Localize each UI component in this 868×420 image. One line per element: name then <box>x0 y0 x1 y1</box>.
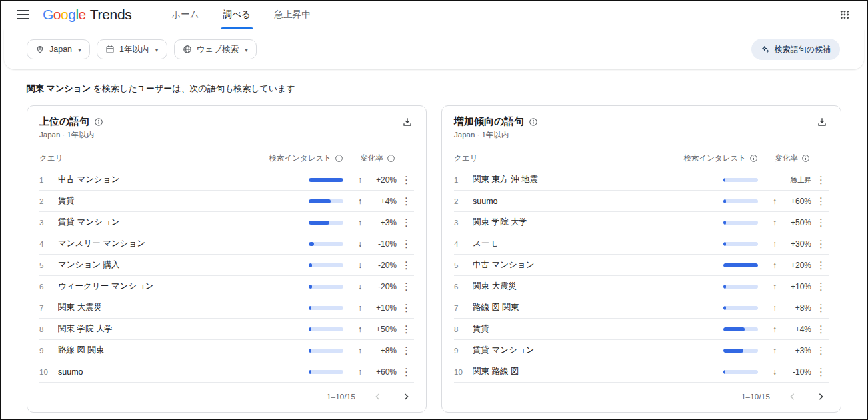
interest-bar <box>658 285 758 289</box>
google-trends-logo[interactable]: Google Trends <box>43 7 132 23</box>
table-row[interactable]: 6 ウィークリー マンション ↓ -20% ⋮ <box>39 276 414 297</box>
change-arrow-icon: ↑ <box>358 175 362 185</box>
info-icon[interactable] <box>335 154 343 163</box>
nav-tab[interactable]: 急上昇中 <box>263 0 323 29</box>
kebab-menu-icon[interactable]: ⋮ <box>813 366 829 378</box>
table-row[interactable]: 9 路線 図 関東 ↑ +8% ⋮ <box>39 340 414 361</box>
table-row[interactable]: 9 賃貸 マンション ↑ +3% ⋮ <box>454 340 829 361</box>
table-row[interactable]: 7 関東 大震災 ↑ +10% ⋮ <box>39 297 414 319</box>
kebab-menu-icon[interactable]: ⋮ <box>399 238 414 250</box>
search-type-filter-chip[interactable]: ウェブ検索 ▾ <box>174 39 257 59</box>
kebab-menu-icon[interactable]: ⋮ <box>813 323 829 335</box>
pagination-range: 1–10/15 <box>741 393 770 401</box>
row-rank: 2 <box>39 197 58 205</box>
kebab-menu-icon[interactable]: ⋮ <box>813 259 829 271</box>
row-query: ウィークリー マンション <box>58 281 243 292</box>
nav-tab[interactable]: 調べる <box>211 0 263 29</box>
card-scope: Japan · 1年以内 <box>39 130 103 140</box>
row-change: ↑ +4% <box>758 325 811 334</box>
kebab-menu-icon[interactable]: ⋮ <box>813 302 829 314</box>
info-icon[interactable] <box>387 154 395 163</box>
row-rank: 10 <box>39 368 58 376</box>
table-row[interactable]: 3 関東 学院 大学 ↑ +50% ⋮ <box>454 212 829 233</box>
prev-page-chevron-icon[interactable] <box>373 391 383 402</box>
lead-query: 関東 マンション <box>27 83 91 93</box>
kebab-menu-icon[interactable]: ⋮ <box>399 323 414 335</box>
kebab-menu-icon[interactable]: ⋮ <box>399 217 414 229</box>
table-row[interactable]: 4 マンスリー マンション ↓ -10% ⋮ <box>39 233 414 255</box>
kebab-menu-icon[interactable]: ⋮ <box>813 217 829 229</box>
row-query: 中古 マンション <box>473 259 658 271</box>
kebab-menu-icon[interactable]: ⋮ <box>813 174 829 186</box>
download-icon[interactable] <box>815 115 829 129</box>
row-query: マンスリー マンション <box>58 238 243 249</box>
row-rank: 8 <box>454 325 473 333</box>
row-change: ↑ +8% <box>758 303 811 313</box>
row-change: ↑ +50% <box>758 218 811 227</box>
kebab-menu-icon[interactable]: ⋮ <box>399 281 414 293</box>
row-change: ↑ +10% <box>343 303 397 313</box>
interest-bar <box>243 178 343 182</box>
kebab-menu-icon[interactable]: ⋮ <box>399 345 414 357</box>
table-row[interactable]: 8 関東 学院 大学 ↑ +50% ⋮ <box>39 319 414 340</box>
info-icon[interactable] <box>94 117 103 127</box>
kebab-menu-icon[interactable]: ⋮ <box>813 238 829 250</box>
table-row[interactable]: 4 スーモ ↑ +30% ⋮ <box>454 233 829 255</box>
row-rank: 3 <box>454 219 473 227</box>
location-filter-chip[interactable]: Japan ▾ <box>27 39 90 59</box>
table-row[interactable]: 2 suumo ↑ +60% ⋮ <box>454 191 829 212</box>
row-rank: 5 <box>454 261 473 269</box>
change-arrow-icon: ↑ <box>773 218 777 227</box>
table-row[interactable]: 10 suumo ↑ +60% ⋮ <box>39 361 414 383</box>
kebab-menu-icon[interactable]: ⋮ <box>813 281 829 293</box>
prev-page-chevron-icon[interactable] <box>787 391 798 402</box>
change-arrow-icon: ↑ <box>773 197 777 206</box>
row-rank: 1 <box>39 176 58 184</box>
table-row[interactable]: 1 中古 マンション ↑ +20% ⋮ <box>39 169 414 191</box>
kebab-menu-icon[interactable]: ⋮ <box>399 195 414 207</box>
info-icon[interactable] <box>749 154 758 163</box>
column-change: 変化率 <box>343 153 397 163</box>
time-range-filter-chip[interactable]: 1年以内 ▾ <box>97 39 167 59</box>
hamburger-menu-icon[interactable] <box>15 7 31 23</box>
row-change: ↑ +3% <box>758 346 811 355</box>
change-arrow-icon: ↑ <box>358 197 362 206</box>
kebab-menu-icon[interactable]: ⋮ <box>399 302 414 314</box>
lead-sentence: 関東 マンション を検索したユーザーは、次の語句も検索しています <box>27 83 841 95</box>
search-type-filter-value: ウェブ検索 <box>197 44 239 55</box>
change-arrow-icon: ↓ <box>358 239 362 249</box>
kebab-menu-icon[interactable]: ⋮ <box>399 174 414 186</box>
table-row[interactable]: 8 賃貸 ↑ +4% ⋮ <box>454 319 829 340</box>
info-icon[interactable] <box>801 154 810 163</box>
row-query: スーモ <box>473 238 658 249</box>
column-interest: 検索インタレスト <box>243 153 343 163</box>
lead-text: を検索したユーザーは、次の語句も検索しています <box>93 83 295 93</box>
next-page-chevron-icon[interactable] <box>401 391 411 402</box>
row-rank: 4 <box>39 240 58 248</box>
table-row[interactable]: 3 賃貸 マンション ↑ +3% ⋮ <box>39 212 414 233</box>
table-row[interactable]: 5 マンション 購入 ↓ -20% ⋮ <box>39 255 414 276</box>
kebab-menu-icon[interactable]: ⋮ <box>813 345 829 357</box>
table-row[interactable]: 2 賃貸 ↑ +4% ⋮ <box>39 191 414 212</box>
interest-bar <box>243 242 343 246</box>
row-rank: 9 <box>39 347 58 355</box>
column-query: クエリ <box>454 153 658 163</box>
row-rank: 1 <box>454 176 473 184</box>
table-header: クエリ 検索インタレスト 変化率 <box>454 148 829 169</box>
download-icon[interactable] <box>401 115 414 129</box>
nav-tab[interactable]: ホーム <box>160 0 211 29</box>
next-page-chevron-icon[interactable] <box>815 391 826 402</box>
google-apps-grid-icon[interactable] <box>836 6 853 23</box>
table-row[interactable]: 7 路線 図 関東 ↑ +8% ⋮ <box>454 297 829 319</box>
table-row[interactable]: 5 中古 マンション ↑ +20% ⋮ <box>454 255 829 276</box>
table-row[interactable]: 1 関東 東方 沖 地震 急上昇 ⋮ <box>454 169 829 191</box>
location-filter-value: Japan <box>49 45 72 54</box>
kebab-menu-icon[interactable]: ⋮ <box>399 366 414 378</box>
query-suggestions-button[interactable]: 検索語句の候補 <box>751 39 840 60</box>
info-icon[interactable] <box>529 117 538 127</box>
table-row[interactable]: 10 関東 路線 図 ↓ -10% ⋮ <box>454 361 829 383</box>
table-row[interactable]: 6 関東 大震災 ↑ +10% ⋮ <box>454 276 829 297</box>
kebab-menu-icon[interactable]: ⋮ <box>813 195 829 207</box>
row-rank: 7 <box>454 304 473 312</box>
kebab-menu-icon[interactable]: ⋮ <box>399 259 414 271</box>
